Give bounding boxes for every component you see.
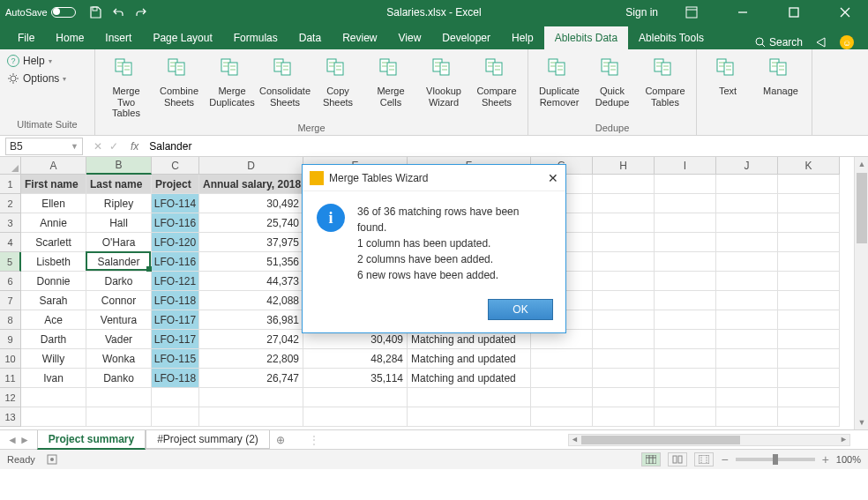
autosave-toggle[interactable]: AutoSave [5, 7, 76, 18]
row-header[interactable]: 11 [0, 369, 21, 388]
cell[interactable] [199, 388, 303, 407]
column-header[interactable]: K [778, 157, 840, 175]
cell[interactable] [655, 330, 716, 349]
cell[interactable]: LFO-115 [152, 349, 199, 369]
cell[interactable]: 37,975 [199, 233, 303, 252]
cell[interactable] [655, 388, 716, 407]
cell[interactable]: LFO-118 [152, 369, 199, 388]
cell[interactable] [21, 388, 86, 407]
cell[interactable]: Danko [86, 369, 152, 388]
row-header[interactable]: 12 [0, 388, 21, 407]
cell[interactable]: Matching and updated [408, 369, 531, 388]
cell[interactable] [716, 407, 778, 427]
cell[interactable]: 44,373 [199, 272, 303, 291]
cell[interactable] [716, 213, 778, 233]
cell[interactable] [408, 388, 531, 407]
cell[interactable] [655, 407, 716, 427]
cell[interactable]: Wonka [86, 349, 152, 369]
fx-icon[interactable]: fx [125, 140, 144, 153]
tab-insert[interactable]: Insert [94, 26, 142, 49]
ribbon-compare-tables[interactable]: CompareTables [640, 53, 691, 121]
header-cell[interactable] [778, 175, 840, 194]
column-header[interactable]: C [152, 157, 199, 175]
ribbon-manage[interactable]: Manage [755, 53, 806, 131]
smiley-icon[interactable]: ☺ [840, 35, 854, 49]
tab-ablebits-data[interactable]: Ablebits Data [544, 26, 628, 49]
toggle-switch-icon[interactable] [51, 7, 76, 18]
cell[interactable] [593, 388, 655, 407]
cell[interactable] [778, 407, 840, 427]
scroll-left-icon[interactable]: ◄ [571, 435, 579, 444]
cell[interactable]: 48,284 [303, 349, 408, 369]
cell[interactable]: 26,747 [199, 369, 303, 388]
cell[interactable] [778, 252, 840, 272]
cell[interactable] [778, 233, 840, 252]
row-header[interactable]: 6 [0, 272, 21, 291]
sheet-tab-active[interactable]: Project summary [37, 430, 146, 450]
row-header[interactable]: 13 [0, 407, 21, 427]
cell[interactable] [655, 194, 716, 213]
zoom-thumb[interactable] [773, 454, 778, 465]
cell[interactable] [778, 388, 840, 407]
ribbon-duplicate-remover[interactable]: DuplicateRemover [534, 53, 585, 121]
header-cell[interactable]: Last name [86, 175, 152, 194]
ribbon-consolidate-sheets[interactable]: ConsolidateSheets [259, 53, 311, 121]
ribbon-options-icon[interactable] [674, 0, 709, 25]
cell[interactable]: Matching and updated [408, 349, 531, 369]
tab-view[interactable]: View [388, 26, 432, 49]
cell[interactable] [199, 407, 303, 427]
share-icon[interactable] [815, 36, 827, 49]
cell[interactable] [593, 194, 655, 213]
close-icon[interactable] [827, 0, 863, 25]
page-layout-view-button[interactable] [668, 452, 687, 466]
header-cell[interactable] [716, 175, 778, 194]
cell[interactable]: Connor [86, 291, 152, 310]
cell[interactable] [778, 369, 840, 388]
cell[interactable]: LFO-118 [152, 291, 199, 310]
cell[interactable]: 42,088 [199, 291, 303, 310]
cell[interactable] [716, 369, 778, 388]
scroll-down-icon[interactable]: ▼ [855, 415, 868, 429]
cell[interactable] [593, 310, 655, 330]
accept-formula-icon[interactable]: ✓ [109, 140, 118, 153]
row-header[interactable]: 7 [0, 291, 21, 310]
zoom-in-button[interactable]: + [822, 452, 829, 466]
cell[interactable]: Sarah [21, 291, 86, 310]
cell[interactable] [655, 310, 716, 330]
cell[interactable] [778, 291, 840, 310]
tab-data[interactable]: Data [288, 26, 332, 49]
cell[interactable]: Darko [86, 272, 152, 291]
ok-button[interactable]: OK [488, 299, 553, 320]
cell[interactable] [716, 233, 778, 252]
scroll-up-icon[interactable]: ▲ [855, 157, 868, 171]
cell[interactable] [778, 272, 840, 291]
tab-page-layout[interactable]: Page Layout [142, 26, 222, 49]
zoom-slider[interactable] [736, 458, 815, 461]
header-cell[interactable] [655, 175, 716, 194]
cell[interactable]: Ventura [86, 310, 152, 330]
minimize-icon[interactable] [725, 0, 760, 25]
cell[interactable]: Vader [86, 330, 152, 349]
cell[interactable] [716, 272, 778, 291]
cell[interactable] [531, 407, 593, 427]
ribbon-copy-sheets[interactable]: CopySheets [312, 53, 363, 121]
cell[interactable]: Ivan [21, 369, 86, 388]
cell[interactable] [716, 349, 778, 369]
header-cell[interactable]: Annual salary, 2018 [199, 175, 303, 194]
scroll-thumb[interactable] [581, 436, 740, 444]
scroll-right-icon[interactable]: ► [840, 435, 848, 444]
cell[interactable] [655, 252, 716, 272]
header-cell[interactable]: First name [21, 175, 86, 194]
cell[interactable]: LFO-117 [152, 330, 199, 349]
add-sheet-button[interactable]: ⊕ [270, 434, 291, 446]
cell[interactable]: 51,356 [199, 252, 303, 272]
cell[interactable] [655, 233, 716, 252]
cell[interactable] [778, 330, 840, 349]
sheet-tab[interactable]: #Project summary (2) [146, 430, 270, 449]
row-header[interactable]: 8 [0, 310, 21, 330]
cell[interactable]: Ace [21, 310, 86, 330]
cell[interactable] [593, 407, 655, 427]
dialog-close-button[interactable]: ✕ [548, 171, 558, 185]
maximize-icon[interactable] [776, 0, 812, 25]
ribbon-quick-dedupe[interactable]: QuickDedupe [587, 53, 638, 121]
